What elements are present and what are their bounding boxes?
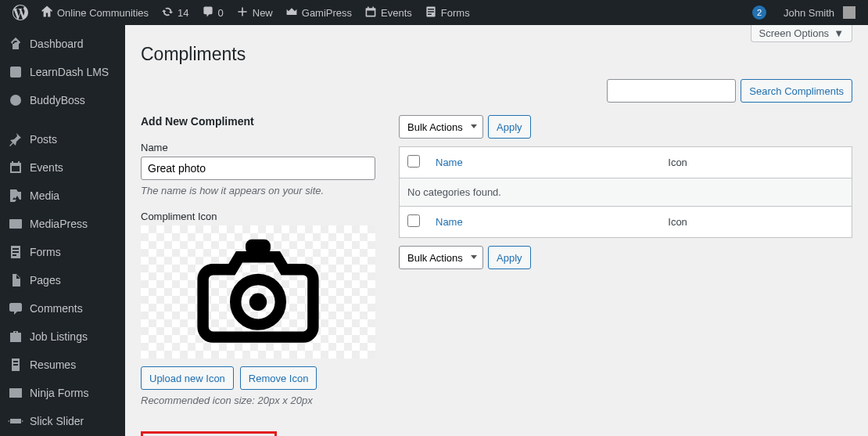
sidebar-label: Posts — [30, 133, 57, 146]
briefcase-icon — [8, 329, 23, 344]
sidebar-item-learndash[interactable]: LearnDash LMS — [0, 58, 125, 86]
svg-point-1 — [10, 95, 21, 106]
sidebar-item-events[interactable]: Events — [0, 153, 125, 182]
comments-link[interactable]: 0 — [195, 0, 230, 25]
sidebar-item-slickslider[interactable]: Slick Slider — [0, 407, 125, 435]
plus-icon — [236, 5, 249, 20]
forms-link[interactable]: Forms — [418, 0, 476, 25]
sidebar-item-dashboard[interactable]: Dashboard — [0, 30, 125, 58]
select-all-top[interactable] — [407, 155, 420, 168]
sidebar-label: Events — [30, 161, 63, 174]
apply-button-bottom[interactable]: Apply — [488, 246, 531, 269]
resume-icon — [8, 357, 23, 373]
calendar-icon — [364, 5, 377, 20]
sidebar-label: Ninja Forms — [30, 387, 88, 399]
sidebar-label: Dashboard — [30, 38, 84, 50]
admin-sidebar: Dashboard LearnDash LMS BuddyBoss Posts … — [0, 25, 125, 436]
sidebar-item-pages[interactable]: Pages — [0, 266, 125, 294]
sidebar-label: BuddyBoss — [30, 94, 85, 106]
dashboard-icon — [8, 36, 23, 52]
icon-label: Compliment Icon — [141, 211, 375, 222]
col-name-footer[interactable]: Name — [436, 216, 463, 228]
sidebar-item-comments[interactable]: Comments — [0, 294, 125, 322]
svg-point-6 — [249, 294, 267, 311]
page-title: Compliments — [141, 44, 852, 65]
forms-icon — [8, 244, 23, 260]
pin-icon — [8, 132, 23, 147]
search-input[interactable] — [607, 79, 736, 103]
notif-count: 2 — [752, 5, 766, 20]
screen-options-label: Screen Options — [759, 27, 830, 39]
search-button[interactable]: Search Compliments — [741, 79, 852, 103]
remove-icon-button[interactable]: Remove Icon — [240, 366, 317, 390]
wordpress-icon — [13, 5, 28, 20]
col-icon-header: Icon — [660, 147, 852, 178]
upload-icon-button[interactable]: Upload new Icon — [141, 366, 234, 390]
name-description: The name is how it appears on your site. — [141, 185, 375, 196]
updates-count: 14 — [178, 7, 188, 19]
wp-logo[interactable] — [6, 0, 34, 25]
new-label: New — [253, 7, 273, 19]
apply-button-top[interactable]: Apply — [488, 115, 531, 139]
bulk-actions-select-top[interactable]: Bulk Actions — [399, 115, 483, 139]
sidebar-item-media[interactable]: Media — [0, 182, 125, 210]
comment-icon — [202, 5, 214, 20]
user-name: John Smith — [784, 7, 834, 19]
svg-rect-2 — [9, 219, 22, 229]
form-icon — [425, 5, 437, 20]
screen-options-toggle[interactable]: Screen Options ▼ — [751, 25, 852, 42]
name-input[interactable] — [141, 157, 375, 180]
page-icon — [8, 272, 23, 288]
ninja-icon — [8, 385, 23, 401]
chevron-down-icon: ▼ — [834, 27, 844, 39]
sidebar-label: LearnDash LMS — [30, 66, 109, 78]
new-content-link[interactable]: New — [230, 0, 279, 25]
sidebar-item-resumes[interactable]: Resumes — [0, 351, 125, 379]
sidebar-label: Media — [30, 189, 59, 202]
sidebar-label: Slick Slider — [30, 415, 84, 427]
sidebar-item-buddyboss[interactable]: BuddyBoss — [0, 86, 125, 114]
sidebar-label: Pages — [30, 274, 61, 286]
admin-topbar: Online Communities 14 0 New GamiPress Ev… — [0, 0, 868, 25]
bulk-actions-select-bottom[interactable]: Bulk Actions — [399, 246, 483, 269]
col-icon-footer: Icon — [660, 207, 852, 238]
sidebar-item-posts[interactable]: Posts — [0, 125, 125, 153]
notifications[interactable]: 2 — [746, 0, 777, 25]
events-link[interactable]: Events — [358, 0, 418, 25]
gamipress-label: GamiPress — [302, 7, 352, 19]
form-heading: Add New Compliment — [141, 115, 375, 128]
sidebar-label: MediaPress — [30, 218, 88, 230]
sidebar-label: Comments — [30, 302, 83, 315]
select-all-bottom[interactable] — [407, 214, 420, 227]
col-name-header[interactable]: Name — [436, 157, 463, 168]
compliments-table: Name Icon No categories found. Name Icon — [399, 146, 852, 238]
buddyboss-icon — [8, 92, 23, 108]
submit-highlight-box: Add New Compliment — [141, 431, 277, 436]
sidebar-item-ninjaforms[interactable]: Ninja Forms — [0, 379, 125, 407]
updates-link[interactable]: 14 — [155, 0, 195, 25]
sidebar-label: Resumes — [30, 359, 76, 371]
site-link[interactable]: Online Communities — [34, 0, 155, 25]
sidebar-item-forms[interactable]: Forms — [0, 238, 125, 266]
icon-size-description: Recommended icon size: 20px x 20px — [141, 395, 375, 406]
crown-icon — [285, 5, 298, 20]
my-account[interactable]: John Smith — [777, 0, 862, 25]
media-icon — [8, 188, 23, 204]
events-label: Events — [381, 7, 412, 19]
empty-row: No categories found. — [400, 178, 852, 207]
svg-rect-3 — [9, 388, 22, 398]
calendar-icon — [8, 160, 23, 175]
home-icon — [41, 5, 53, 20]
camera-icon — [192, 229, 325, 355]
learndash-icon — [8, 64, 23, 80]
sidebar-item-mediapress[interactable]: MediaPress — [0, 210, 125, 238]
update-icon — [161, 5, 174, 20]
svg-rect-0 — [10, 67, 21, 77]
gamipress-link[interactable]: GamiPress — [279, 0, 358, 25]
mediapress-icon — [8, 216, 23, 232]
site-name: Online Communities — [57, 7, 149, 19]
sidebar-label: Job Listings — [30, 330, 88, 343]
forms-label: Forms — [441, 7, 470, 19]
sidebar-item-joblistings[interactable]: Job Listings — [0, 322, 125, 351]
slider-icon — [8, 413, 23, 429]
